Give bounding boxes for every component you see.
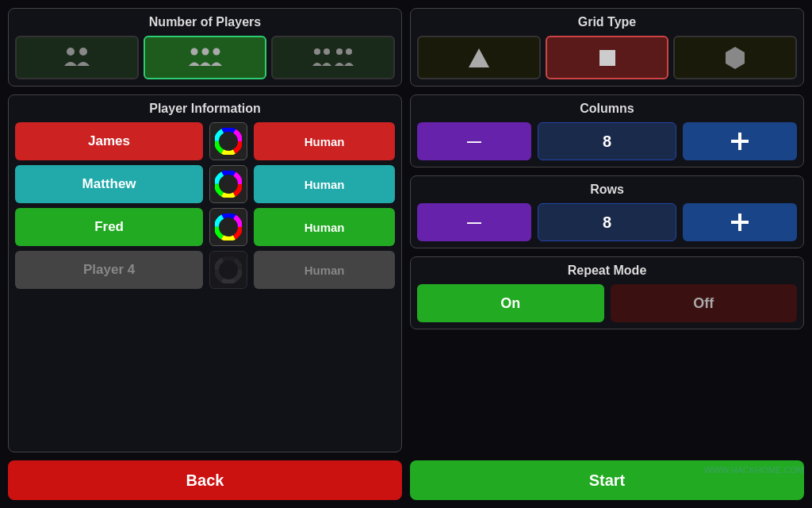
- player-info-section: Player Information James: [8, 94, 402, 452]
- player-count-4[interactable]: [271, 36, 395, 79]
- svg-rect-43: [731, 221, 749, 224]
- player-row-matthew: Matthew Human: [15, 165, 395, 203]
- back-button[interactable]: Back: [8, 460, 402, 500]
- svg-point-36: [223, 264, 234, 275]
- player-row-james: James: [15, 122, 395, 160]
- color-wheel-matthew[interactable]: [209, 165, 247, 203]
- player-type-james[interactable]: Human: [254, 122, 395, 160]
- repeat-mode-row: On Off: [417, 284, 797, 322]
- three-players-icon: [188, 44, 223, 72]
- rows-title: Rows: [417, 183, 797, 197]
- svg-point-2: [190, 48, 197, 55]
- four-players-icon: [312, 44, 354, 72]
- plus-icon-rows: [729, 211, 751, 233]
- num-players-section: Number of Players: [8, 8, 402, 87]
- rows-minus-button[interactable]: —: [417, 203, 531, 241]
- player-row-4: Player 4 Human: [15, 251, 395, 289]
- columns-counter-row: — 8: [417, 122, 797, 160]
- players-row: [15, 36, 395, 79]
- watermark: WWW.HACKHOME.COM: [704, 465, 804, 475]
- grid-type-hexagon[interactable]: [673, 36, 797, 79]
- columns-title: Columns: [417, 102, 797, 116]
- player-row-fred: Fred Human: [15, 208, 395, 246]
- grid-type-square[interactable]: [546, 36, 669, 79]
- repeat-mode-section: Repeat Mode On Off: [410, 256, 804, 329]
- triangle-icon: [467, 46, 491, 70]
- svg-point-29: [223, 221, 234, 233]
- svg-point-7: [336, 48, 343, 55]
- two-players-icon: [63, 44, 91, 72]
- svg-point-8: [346, 48, 352, 55]
- bottom-bar: Back Start: [0, 460, 812, 508]
- columns-minus-button[interactable]: —: [417, 122, 531, 160]
- columns-value: 8: [538, 122, 676, 160]
- player-count-2[interactable]: [15, 36, 139, 79]
- player-type-matthew[interactable]: Human: [254, 165, 395, 203]
- player-icons-4: [312, 44, 354, 72]
- svg-point-0: [67, 48, 75, 56]
- svg-point-5: [314, 48, 320, 55]
- color-wheel-fred[interactable]: [209, 208, 247, 246]
- svg-marker-37: [469, 48, 489, 67]
- num-players-title: Number of Players: [15, 15, 395, 29]
- hexagon-icon: [722, 45, 748, 71]
- svg-point-22: [223, 179, 234, 190]
- svg-point-15: [223, 136, 234, 147]
- svg-point-4: [213, 48, 220, 55]
- plus-icon: [729, 130, 751, 152]
- player-name-4[interactable]: Player 4: [15, 251, 203, 289]
- grid-type-section: Grid Type: [410, 8, 804, 87]
- player-icons-3: [188, 44, 223, 72]
- right-panel: Grid Type: [410, 8, 804, 452]
- columns-section: Columns — 8: [410, 94, 804, 167]
- minus-icon-rows: —: [467, 215, 481, 229]
- grid-type-triangle[interactable]: [417, 36, 541, 79]
- columns-plus-button[interactable]: [683, 122, 797, 160]
- player-name-matthew[interactable]: Matthew: [15, 165, 203, 203]
- player-name-james[interactable]: James: [15, 122, 203, 160]
- svg-point-3: [201, 48, 209, 55]
- rows-counter-row: — 8: [417, 203, 797, 241]
- color-wheel-4[interactable]: [209, 251, 247, 289]
- grid-type-title: Grid Type: [417, 15, 797, 29]
- color-wheel-icon-james: [215, 128, 242, 155]
- player-icons-2: [63, 44, 91, 72]
- rows-section: Rows — 8: [410, 175, 804, 248]
- color-wheel-icon-fred: [215, 214, 242, 241]
- repeat-on-button[interactable]: On: [417, 284, 604, 322]
- svg-marker-39: [726, 47, 745, 69]
- minus-icon: —: [467, 134, 481, 148]
- rows-plus-button[interactable]: [683, 203, 797, 241]
- svg-rect-38: [599, 50, 615, 66]
- svg-point-1: [79, 48, 87, 56]
- player-name-fred[interactable]: Fred: [15, 208, 203, 246]
- player-type-fred[interactable]: Human: [254, 208, 395, 246]
- player-count-3[interactable]: [144, 36, 267, 79]
- left-panel: Number of Players: [8, 8, 402, 452]
- player-type-4[interactable]: Human: [254, 251, 395, 289]
- svg-point-6: [324, 48, 330, 55]
- color-wheel-icon-matthew: [215, 171, 242, 198]
- svg-rect-41: [731, 140, 749, 143]
- repeat-mode-title: Repeat Mode: [417, 264, 797, 278]
- repeat-off-button[interactable]: Off: [611, 284, 798, 322]
- square-icon: [596, 47, 619, 69]
- player-info-title: Player Information: [15, 102, 395, 116]
- player-rows: James: [15, 122, 395, 289]
- rows-value: 8: [538, 203, 676, 241]
- color-wheel-icon-4: [215, 256, 242, 283]
- color-wheel-james[interactable]: [209, 122, 247, 160]
- grid-type-row: [417, 36, 797, 79]
